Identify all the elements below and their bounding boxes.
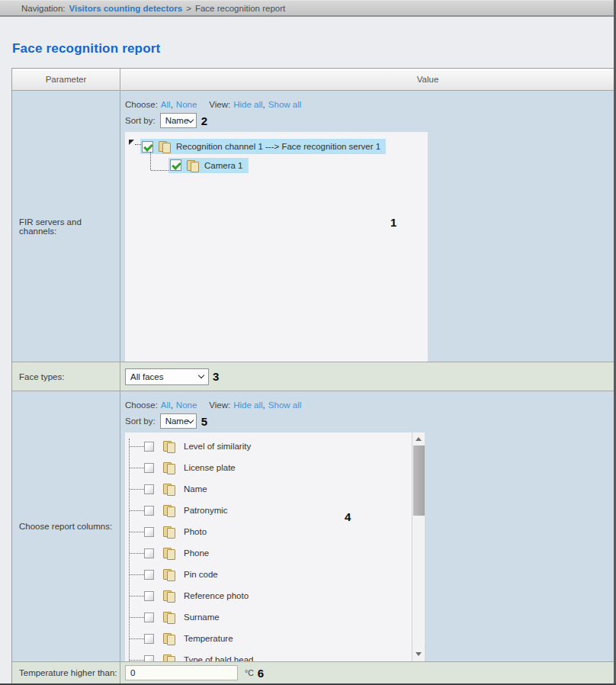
tree-connector [150, 153, 151, 170]
tree-connector [130, 510, 144, 511]
report-column-item[interactable]: License plate [130, 457, 412, 478]
report-column-item[interactable]: Surname [130, 606, 412, 628]
sort-select-value: Name [165, 416, 189, 426]
folder-icon [163, 484, 175, 494]
face-types-select[interactable]: All faces [125, 368, 209, 385]
tree-item-camera[interactable]: Camera 1 [168, 158, 249, 173]
report-column-item-label: Reference photo [184, 591, 249, 600]
tree-connector [151, 170, 168, 171]
report-column-item[interactable]: Temperature [130, 628, 412, 649]
checkbox-checked-icon[interactable] [170, 159, 181, 171]
fir-parameter-cell: FIR servers and channels: [12, 91, 120, 362]
callout-3: 3 [213, 370, 219, 383]
fir-sort-line: Sort by: Name 2 [125, 113, 616, 128]
tree-connector [130, 553, 144, 554]
show-all-link[interactable]: Show all [268, 400, 301, 410]
checkbox-checked-icon[interactable] [142, 141, 153, 153]
checkbox-unchecked-icon[interactable] [144, 442, 154, 452]
list-scrollbar[interactable] [412, 433, 425, 661]
view-label: View: [209, 400, 230, 410]
report-columns-list: Level of similarity License plate [125, 433, 425, 661]
tree-connector [130, 617, 144, 618]
choose-label: Choose: [125, 400, 158, 410]
checkbox-unchecked-icon[interactable] [144, 463, 154, 473]
columns-sort-select[interactable]: Name [160, 413, 197, 429]
report-column-item[interactable]: Level of similarity [130, 436, 412, 457]
comma: , [263, 100, 265, 109]
breadcrumb-separator: > [186, 4, 191, 13]
header-parameter-label: Parameter [46, 75, 87, 84]
face-types-parameter-cell: Face types: [12, 362, 120, 391]
sort-select-value: Name [165, 116, 189, 125]
tree-connector [130, 468, 144, 468]
report-column-item[interactable]: Type of bald head [130, 649, 412, 661]
hide-all-link[interactable]: Hide all [233, 400, 262, 410]
tree-connector [130, 489, 144, 490]
callout-2: 2 [201, 114, 207, 127]
hide-all-link[interactable]: Hide all [233, 100, 262, 109]
checkbox-unchecked-icon[interactable] [144, 570, 154, 580]
callout-4: 4 [345, 510, 351, 523]
choose-none-link[interactable]: None [176, 400, 197, 410]
checkbox-unchecked-icon[interactable] [144, 527, 154, 537]
folder-icon [163, 569, 175, 580]
report-column-item[interactable]: Patronymic [130, 500, 412, 521]
checkbox-unchecked-icon[interactable] [144, 591, 154, 601]
report-column-item[interactable]: Photo [130, 521, 412, 542]
nav-link-visitors-counting[interactable]: Visitors counting detectors [69, 4, 183, 13]
show-all-link[interactable]: Show all [268, 100, 301, 109]
tree-item-label: Recognition channel 1 ---> Face recognit… [176, 142, 380, 151]
checkbox-unchecked-icon[interactable] [144, 548, 154, 558]
checkbox-unchecked-icon[interactable] [144, 484, 154, 494]
report-column-item[interactable]: Phone [130, 542, 412, 564]
app-window: Navigation: Visitors counting detectors … [0, 0, 616, 685]
report-column-item[interactable]: Name [130, 478, 412, 500]
checkbox-unchecked-icon[interactable] [144, 655, 154, 662]
comma: , [171, 400, 173, 410]
checkbox-unchecked-icon[interactable] [144, 506, 154, 516]
tree-connector [130, 532, 144, 532]
report-parameters-table: Parameter Value FIR servers and channels… [11, 68, 616, 684]
chevron-down-icon [188, 416, 194, 423]
face-types-label: Face types: [12, 372, 64, 381]
fir-sort-select[interactable]: Name [160, 113, 197, 128]
report-column-item-label: Phone [184, 548, 209, 558]
folder-icon [163, 612, 175, 622]
report-column-item[interactable]: Reference photo [130, 585, 412, 606]
chevron-down-icon [198, 372, 204, 378]
report-column-item-label: Level of similarity [184, 442, 251, 451]
report-column-item-label: Pin code [184, 570, 218, 579]
callout-5: 5 [201, 415, 207, 428]
table-header-row: Parameter Value [12, 69, 616, 91]
checkbox-unchecked-icon[interactable] [144, 634, 154, 644]
scroll-up-icon[interactable] [415, 437, 422, 441]
row-report-columns: Choose report columns: Choose: All, None… [12, 391, 616, 662]
checkbox-unchecked-icon[interactable] [144, 613, 154, 622]
temperature-value-cell: °C 6 [120, 662, 616, 683]
tree-expander-icon[interactable] [129, 140, 134, 145]
report-columns-value-cell: Choose: All, None View: Hide all, Show a… [120, 391, 616, 661]
tree-connector [130, 596, 144, 597]
folder-icon [163, 462, 175, 473]
temperature-input[interactable] [125, 665, 238, 680]
choose-all-link[interactable]: All [161, 400, 171, 410]
choose-all-link[interactable]: All [161, 100, 171, 109]
report-column-item-label: Patronymic [184, 506, 228, 515]
breadcrumb-current: Face recognition report [195, 4, 285, 13]
tree-item-label: Camera 1 [204, 161, 243, 170]
report-columns-label: Choose report columns: [12, 522, 112, 531]
choose-none-link[interactable]: None [176, 100, 197, 109]
fir-value-cell: Choose: All, None View: Hide all, Show a… [120, 91, 616, 362]
folder-icon [187, 160, 199, 171]
columns-list-controls: Choose: All, None View: Hide all, Show a… [125, 400, 616, 410]
scrollbar-thumb[interactable] [413, 445, 425, 516]
tree-connector [130, 574, 144, 575]
folder-icon [163, 654, 175, 661]
tree-connector [130, 638, 144, 639]
temperature-unit: °C [245, 668, 254, 677]
scroll-down-icon[interactable] [415, 652, 422, 656]
report-column-item[interactable]: Pin code [130, 564, 412, 585]
tree-item-recognition-channel[interactable]: Recognition channel 1 ---> Face recognit… [140, 139, 386, 154]
folder-icon [163, 505, 175, 516]
navigation-bar: Navigation: Visitors counting detectors … [0, 0, 616, 17]
